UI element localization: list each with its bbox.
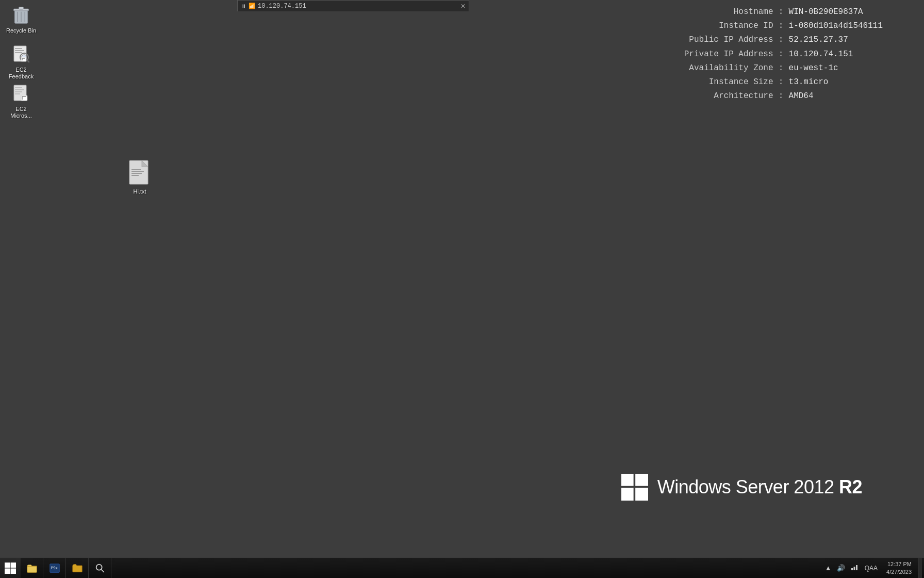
hitxt-icon[interactable]: Hi.txt — [124, 157, 155, 197]
file-explorer-icon — [26, 563, 38, 574]
svg-rect-27 — [635, 474, 648, 486]
info-sep-public-ip: : — [773, 33, 789, 47]
svg-line-39 — [101, 569, 104, 572]
volume-icon: 🔊 — [835, 564, 847, 572]
info-row-size: Instance Size : t3.micro — [660, 75, 883, 89]
hitxt-label: Hi.txt — [133, 188, 146, 195]
svg-rect-34 — [27, 566, 36, 572]
svg-text:PS>: PS> — [51, 565, 58, 570]
terminal-ip: 10.120.74.151 — [258, 3, 306, 10]
info-label-instance-id: Instance ID — [660, 19, 773, 33]
recycle-bin-label: Recycle Bin — [6, 27, 36, 34]
svg-rect-17 — [15, 91, 22, 92]
file-explorer-button[interactable] — [21, 558, 43, 579]
taskbar: PS> ▲ 🔊 QAA — [0, 557, 924, 578]
info-label-size: Instance Size — [660, 75, 773, 89]
info-row-public-ip: Public IP Address : 52.215.27.37 — [660, 33, 883, 47]
network-icon: ▲ — [823, 564, 833, 572]
folder-icon — [72, 563, 83, 574]
info-label-az: Availability Zone — [660, 61, 773, 75]
svg-rect-42 — [856, 565, 857, 570]
svg-rect-26 — [621, 474, 634, 486]
terminal-close-button[interactable]: ✕ — [460, 3, 466, 10]
info-row-arch: Architecture : AMD64 — [660, 89, 883, 103]
svg-rect-15 — [15, 87, 22, 88]
svg-rect-31 — [11, 563, 16, 568]
info-row-az: Availability Zone : eu-west-1c — [660, 61, 883, 75]
svg-rect-30 — [5, 563, 10, 568]
ec2-feedback-label: EC2 Feedback — [5, 67, 38, 80]
info-value-az: eu-west-1c — [789, 61, 838, 75]
info-value-size: t3.micro — [789, 75, 829, 89]
svg-rect-16 — [15, 89, 24, 90]
info-value-public-ip: 52.215.27.37 — [789, 33, 848, 47]
ec2-feedback-icon[interactable]: EC2 Feedback — [3, 42, 40, 82]
info-row-private-ip: Private IP Address : 10.120.74.151 — [660, 47, 883, 61]
start-button[interactable] — [0, 558, 21, 579]
search-icon — [94, 563, 106, 574]
info-value-hostname: WIN-0B290E9837A — [789, 5, 863, 19]
terminal-titlebar[interactable]: ⏸ 📶 10.120.74.151 ✕ — [237, 0, 469, 11]
start-logo-icon — [5, 563, 16, 574]
desktop: Recycle Bin EC2 Feedback — [0, 0, 924, 557]
clock-time: 12:37 PM — [886, 560, 912, 568]
folder-button[interactable] — [66, 558, 89, 579]
system-clock[interactable]: 12:37 PM 4/27/2023 — [882, 560, 916, 575]
pause-icon: ⏸ — [241, 3, 246, 9]
search-button[interactable] — [89, 558, 111, 579]
svg-rect-28 — [621, 488, 634, 501]
info-sep-az: : — [773, 61, 789, 75]
info-sep-private-ip: : — [773, 47, 789, 61]
svg-rect-5 — [19, 7, 23, 10]
svg-rect-18 — [15, 93, 20, 94]
svg-rect-29 — [635, 488, 648, 501]
info-label-hostname: Hostname — [660, 5, 773, 19]
info-label-private-ip: Private IP Address — [660, 47, 773, 61]
clock-date: 4/27/2023 — [886, 568, 912, 575]
svg-rect-32 — [5, 568, 10, 574]
svg-rect-25 — [131, 175, 139, 176]
language-indicator: QAA — [862, 565, 880, 572]
svg-rect-33 — [11, 568, 16, 574]
ec2-micros-label: EC2 Micros... — [5, 106, 38, 119]
info-row-hostname: Hostname : WIN-0B290E9837A — [660, 5, 883, 19]
info-value-arch: AMD64 — [789, 89, 814, 103]
svg-rect-7 — [15, 48, 22, 49]
signal-icon: 📶 — [249, 3, 256, 9]
network-wifi-icon — [849, 563, 860, 573]
windows-text: Windows Server 2012 R2 — [657, 476, 862, 498]
info-row-instance-id: Instance ID : i-080d101a4d1546111 — [660, 19, 883, 33]
info-label-arch: Architecture — [660, 89, 773, 103]
info-sep-hostname: : — [773, 5, 789, 19]
windows-r2: R2 — [839, 476, 862, 497]
info-panel: Hostname : WIN-0B290E9837A Instance ID :… — [660, 5, 883, 103]
show-desktop-button[interactable] — [918, 558, 922, 579]
info-sep-instance-id: : — [773, 19, 789, 33]
ec2-micros-icon[interactable]: EC2 Micros... — [3, 81, 40, 121]
windows-logo-icon — [621, 474, 648, 501]
svg-rect-24 — [131, 173, 142, 174]
windows-branding: Windows Server 2012 R2 — [621, 474, 862, 501]
svg-rect-8 — [15, 50, 24, 51]
powershell-button[interactable]: PS> — [43, 558, 66, 579]
terminal-titlebar-left: ⏸ 📶 10.120.74.151 — [241, 3, 306, 10]
svg-rect-22 — [131, 169, 141, 170]
svg-rect-9 — [15, 52, 22, 53]
taskbar-right: ▲ 🔊 QAA 12:37 PM 4/27/2023 — [823, 558, 924, 578]
taskbar-left: PS> — [0, 558, 111, 578]
svg-rect-40 — [851, 568, 853, 570]
svg-rect-23 — [131, 171, 144, 172]
info-value-private-ip: 10.120.74.151 — [789, 47, 853, 61]
info-value-instance-id: i-080d101a4d1546111 — [789, 19, 883, 33]
info-label-public-ip: Public IP Address — [660, 33, 773, 47]
powershell-icon: PS> — [49, 563, 60, 574]
recycle-bin-icon[interactable]: Recycle Bin — [3, 3, 40, 36]
info-sep-arch: : — [773, 89, 789, 103]
svg-rect-37 — [72, 566, 81, 572]
svg-line-12 — [27, 60, 29, 62]
info-sep-size: : — [773, 75, 789, 89]
svg-rect-41 — [853, 567, 855, 570]
